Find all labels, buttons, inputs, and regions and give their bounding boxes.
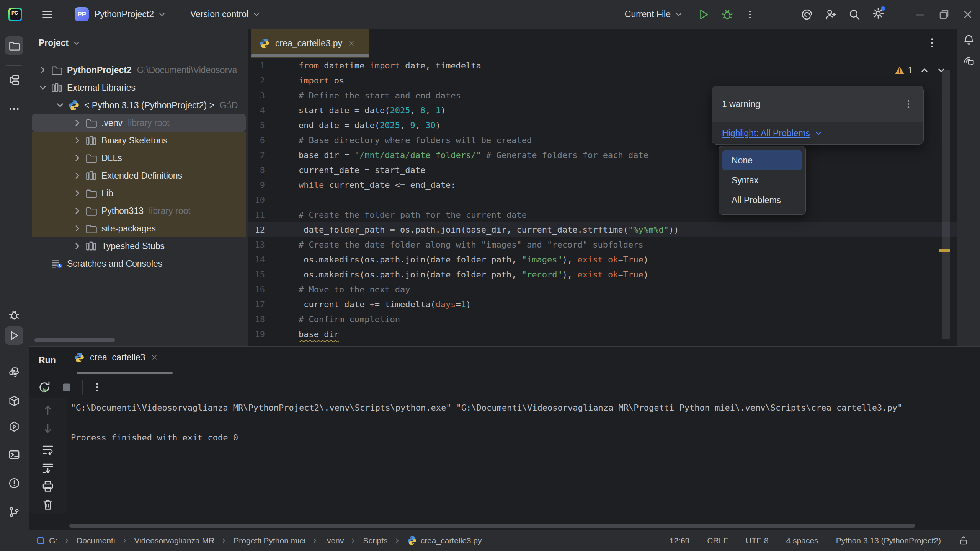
breadcrumb-item-venv[interactable]: .venv bbox=[325, 536, 344, 545]
python-packages-button[interactable] bbox=[5, 392, 23, 410]
version-control-menu[interactable]: Version control bbox=[190, 0, 261, 29]
code-line-17[interactable]: 17 current_date += timedelta(days=1) bbox=[248, 297, 957, 312]
up-stacktrace-icon[interactable] bbox=[42, 404, 54, 416]
stop-button[interactable] bbox=[60, 381, 73, 394]
highlight-option-syntax[interactable]: Syntax bbox=[722, 170, 802, 190]
ai-assistant-icon[interactable] bbox=[801, 8, 813, 21]
version-control-tool-button[interactable] bbox=[5, 503, 23, 521]
structure-tool-button[interactable] bbox=[5, 71, 23, 89]
tree-item-python-3-13-pythonproject2[interactable]: < Python 3.13 (PythonProject2) >G:\D bbox=[32, 96, 246, 114]
run-tab[interactable]: crea_cartelle3 bbox=[74, 352, 158, 363]
tree-item-pythonproject2[interactable]: PythonProject2G:\Documenti\Videosorva bbox=[32, 61, 246, 79]
line-number[interactable]: 19 bbox=[248, 327, 265, 342]
scroll-to-end-icon[interactable] bbox=[42, 462, 54, 474]
chevron-right-icon[interactable] bbox=[38, 65, 48, 75]
run-tool-button[interactable] bbox=[5, 326, 23, 345]
highlight-option-all-problems[interactable]: All Problems bbox=[722, 190, 802, 210]
breadcrumb-item-crea-cartelle3-py[interactable]: crea_cartelle3.py bbox=[407, 536, 482, 546]
line-number[interactable]: 12 bbox=[248, 222, 265, 237]
code-line-16[interactable]: 16# Move to the next day bbox=[248, 282, 957, 297]
run-button[interactable] bbox=[697, 8, 710, 21]
chevron-right-icon[interactable] bbox=[72, 118, 82, 128]
line-number[interactable]: 1 bbox=[248, 58, 265, 73]
line-number[interactable]: 13 bbox=[248, 237, 265, 252]
window-restore-button[interactable] bbox=[938, 8, 950, 21]
console-horizontal-scrollbar[interactable] bbox=[69, 524, 915, 528]
line-number[interactable]: 4 bbox=[248, 103, 265, 118]
chevron-right-icon[interactable] bbox=[72, 223, 82, 233]
print-icon[interactable] bbox=[42, 480, 54, 492]
chevron-right-icon[interactable] bbox=[72, 171, 82, 181]
tab-options-icon[interactable] bbox=[926, 37, 938, 49]
ai-assistant-tool-button[interactable] bbox=[960, 51, 978, 69]
tree-item-venv[interactable]: .venvlibrary root bbox=[32, 114, 246, 132]
project-panel-header[interactable]: Project bbox=[39, 38, 81, 48]
more-actions-icon[interactable] bbox=[745, 10, 755, 20]
tree-item-python313[interactable]: Python313library root bbox=[32, 202, 246, 220]
close-run-tab-icon[interactable] bbox=[150, 354, 158, 361]
code-line-18[interactable]: 18# Confirm completion bbox=[248, 312, 957, 327]
line-number[interactable]: 16 bbox=[248, 282, 265, 297]
terminal-button[interactable] bbox=[5, 445, 23, 464]
notifications-button[interactable] bbox=[960, 31, 978, 49]
code-line-13[interactable]: 13# Create the date folder along with "i… bbox=[248, 237, 957, 252]
next-problem-icon[interactable] bbox=[936, 65, 946, 75]
line-number[interactable]: 14 bbox=[248, 252, 265, 267]
breadcrumb-item-videosorvaglianza-mr[interactable]: Videosorvaglianza MR bbox=[134, 536, 215, 545]
chevron-right-icon[interactable] bbox=[72, 206, 82, 216]
tree-item-dlls[interactable]: DLLs bbox=[32, 149, 246, 167]
services-button[interactable] bbox=[5, 417, 23, 436]
breadcrumb-item-documenti[interactable]: Documenti bbox=[77, 536, 115, 545]
code-line-12[interactable]: 12 date_folder_path = os.path.join(base_… bbox=[248, 222, 957, 237]
warning-stripe-mark[interactable] bbox=[939, 249, 950, 252]
rerun-button[interactable] bbox=[38, 381, 51, 394]
down-stacktrace-icon[interactable] bbox=[42, 422, 54, 435]
pycharm-logo-icon[interactable]: PC bbox=[8, 8, 22, 21]
code-line-15[interactable]: 15 os.makedirs(os.path.join(date_folder_… bbox=[248, 267, 957, 282]
line-number[interactable]: 17 bbox=[248, 297, 265, 312]
line-number[interactable]: 3 bbox=[248, 88, 265, 103]
code-line-10[interactable]: 10 bbox=[248, 192, 957, 207]
tree-item-typeshed-stubs[interactable]: Typeshed Stubs bbox=[32, 237, 246, 255]
run-configuration-selector[interactable]: Current File bbox=[625, 9, 683, 20]
code-line-9[interactable]: 9while current_date <= end_date: bbox=[248, 178, 957, 192]
code-line-7[interactable]: 7base_dir = "/mnt/data/date_folders/" # … bbox=[248, 148, 957, 163]
code-with-me-icon[interactable] bbox=[825, 8, 837, 21]
chevron-down-icon[interactable] bbox=[38, 83, 48, 93]
line-number[interactable]: 9 bbox=[248, 178, 265, 192]
chevron-right-icon[interactable] bbox=[72, 188, 82, 198]
search-everywhere-icon[interactable] bbox=[848, 8, 861, 21]
line-number[interactable]: 6 bbox=[248, 133, 265, 148]
line-number[interactable]: 18 bbox=[248, 312, 265, 327]
line-number[interactable]: 2 bbox=[248, 73, 265, 88]
line-number[interactable]: 7 bbox=[248, 148, 265, 163]
tree-item-scratches-and-consoles[interactable]: Scratches and Consoles bbox=[32, 255, 246, 272]
soft-wrap-icon[interactable] bbox=[42, 443, 54, 456]
clear-all-icon[interactable] bbox=[42, 499, 54, 511]
run-options-icon[interactable] bbox=[92, 382, 103, 393]
line-number[interactable]: 11 bbox=[248, 207, 265, 222]
line-number[interactable]: 8 bbox=[248, 163, 265, 178]
code-line-1[interactable]: 1from datetime import date, timedelta bbox=[248, 58, 957, 73]
readonly-lock-icon[interactable] bbox=[959, 536, 969, 546]
highlight-option-none[interactable]: None bbox=[722, 150, 802, 170]
close-tab-icon[interactable] bbox=[348, 39, 355, 47]
tree-item-site-packages[interactable]: site-packages bbox=[32, 220, 246, 237]
line-number[interactable]: 15 bbox=[248, 267, 265, 282]
chevron-down-icon[interactable] bbox=[55, 100, 65, 110]
highlight-level-link[interactable]: Highlight: All Problems bbox=[722, 128, 810, 139]
cursor-position[interactable]: 12:69 bbox=[670, 536, 690, 545]
tree-item-binary-skeletons[interactable]: Binary Skeletons bbox=[32, 132, 246, 149]
indent-style[interactable]: 4 spaces bbox=[786, 536, 818, 545]
previous-problem-icon[interactable] bbox=[920, 65, 929, 75]
python-interpreter[interactable]: Python 3.13 (PythonProject2) bbox=[836, 536, 941, 545]
chevron-right-icon[interactable] bbox=[72, 241, 82, 251]
python-console-button[interactable] bbox=[5, 363, 23, 381]
breadcrumb-item-progetti-python-miei[interactable]: Progetti Python miei bbox=[234, 536, 305, 545]
file-encoding[interactable]: UTF-8 bbox=[746, 536, 769, 545]
breadcrumb-item-g[interactable]: G: bbox=[36, 536, 57, 545]
code-line-14[interactable]: 14 os.makedirs(os.path.join(date_folder_… bbox=[248, 252, 957, 267]
problems-button[interactable] bbox=[5, 474, 23, 492]
tree-item-extended-definitions[interactable]: Extended Definitions bbox=[32, 167, 246, 184]
editor-tab[interactable]: crea_cartelle3.py bbox=[251, 29, 369, 58]
